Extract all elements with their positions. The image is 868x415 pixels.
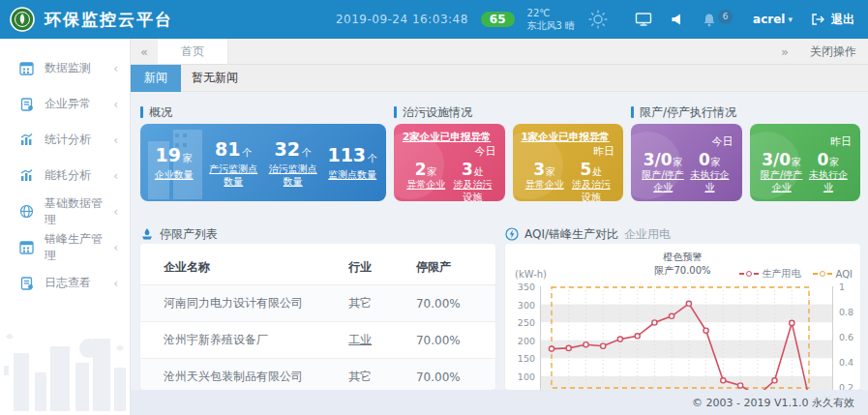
tab-home[interactable]: 首页 bbox=[158, 39, 228, 64]
non-executing-companies-link[interactable]: 未执行企业 bbox=[805, 169, 852, 193]
chevron-left-icon: ‹ bbox=[113, 98, 118, 111]
y-axis-tick-left: 100 bbox=[511, 371, 540, 382]
y-axis-tick-left: 300 bbox=[511, 300, 540, 311]
bar-chart-icon bbox=[19, 133, 35, 148]
title-accent-bar bbox=[140, 106, 143, 118]
abnormal-companies-link[interactable]: 异常企业 bbox=[522, 179, 568, 192]
company-name-cell: 河南同力电力设计有限公司 bbox=[140, 285, 343, 322]
calendar-grid-icon bbox=[19, 61, 35, 76]
clipboard-check-icon bbox=[19, 276, 35, 291]
sidebar-item-statistics[interactable]: 统计分析 ‹ bbox=[0, 122, 130, 158]
sidebar-item-basic-data[interactable]: 基础数据管理 ‹ bbox=[0, 193, 130, 229]
stoplist-section-title: 停限产列表 bbox=[140, 227, 495, 241]
overview-stat-label-link[interactable]: 监测点数量 bbox=[323, 168, 383, 181]
production-card-today: 今日 3/0家 限产/停产企业 0家 未执行企业 bbox=[631, 124, 742, 201]
y-axis-unit-label: (kW-h) bbox=[515, 269, 547, 280]
percent-cell: 70.00% bbox=[410, 285, 495, 322]
abnormal-companies-link[interactable]: 异常企业 bbox=[403, 179, 449, 192]
news-tab[interactable]: 新闻 bbox=[131, 65, 181, 92]
involved-facilities-link[interactable]: 涉及治污设施 bbox=[449, 179, 495, 201]
sidebar-item-enterprise-abnormal[interactable]: 企业异常 ‹ bbox=[0, 86, 130, 122]
app-window: 环保监控云平台 2019-09-24 16:03:48 65 22℃ 东北风3 … bbox=[0, 0, 868, 415]
monitor-icon[interactable] bbox=[635, 12, 652, 27]
temperature-text: 22℃ bbox=[527, 7, 576, 20]
y-axis-tick-right: 1 bbox=[833, 282, 845, 292]
legend-item-production-power[interactable]: 生产用电 bbox=[739, 267, 801, 281]
treatment-headline-link[interactable]: 2家企业已申报异常 bbox=[403, 131, 496, 144]
involved-facilities-link[interactable]: 涉及治污设施 bbox=[568, 179, 614, 201]
news-empty-text: 暂无新闻 bbox=[192, 70, 238, 86]
y-axis-tick-left: 250 bbox=[511, 317, 540, 328]
dashboard-content: 概况 bbox=[131, 92, 868, 390]
col-industry: 行业 bbox=[343, 250, 410, 285]
treatment-headline-link[interactable]: 1家企业已申报异常 bbox=[522, 131, 615, 144]
table-row[interactable]: 沧州天兴包装制品有限公司 其它 70.00% bbox=[140, 359, 495, 391]
brand: 环保监控云平台 bbox=[10, 7, 173, 32]
close-operations-menu[interactable]: 关闭操作 bbox=[810, 44, 856, 60]
sidebar-item-peak-production[interactable]: 错峰生产管理 ‹ bbox=[0, 229, 130, 265]
chevron-left-icon: ‹ bbox=[113, 62, 118, 75]
table-header-row: 企业名称 行业 停限产 bbox=[140, 250, 495, 285]
footer: © 2003 - 2019 V1.1.0 永久有效 bbox=[131, 390, 868, 415]
overview-stat-label-link[interactable]: 治污监测点数量 bbox=[263, 163, 323, 188]
percent-cell: 70.00% bbox=[410, 322, 495, 359]
tab-bar: « 首页 » 关闭操作 bbox=[131, 39, 868, 65]
y-axis-tick-left: 150 bbox=[511, 353, 540, 364]
legend-item-aqi[interactable]: AQI bbox=[813, 269, 853, 280]
app-logo-icon bbox=[10, 7, 35, 32]
chart-legend: 生产用电 AQI bbox=[739, 267, 853, 281]
stoplist-table: 企业名称 行业 停限产 河南同力电力设计有限公司 其它 bbox=[140, 250, 495, 390]
y-axis-tick-right: 0.4 bbox=[833, 357, 853, 368]
y-axis-tick-left: 350 bbox=[511, 282, 540, 292]
production-card-yesterday: 昨日 3/0家 限产/停产企业 0家 未执行企业 bbox=[750, 124, 861, 201]
sidebar-item-log-view[interactable]: 日志查看 ‹ bbox=[0, 265, 130, 301]
overview-stat-companies: 19家 企业数量 bbox=[144, 144, 204, 181]
notification-badge: 6 bbox=[718, 10, 733, 24]
chevron-left-icon: ‹ bbox=[113, 241, 118, 254]
app-title: 环保监控云平台 bbox=[45, 9, 173, 31]
copyright-text: © 2003 - 2019 V1.1.0 永久有效 bbox=[692, 396, 854, 410]
overview-section-title: 概况 bbox=[140, 106, 386, 118]
y-axis-tick-right: 0.8 bbox=[833, 307, 853, 317]
overview-stat-label-link[interactable]: 企业数量 bbox=[144, 168, 204, 181]
table-row[interactable]: 沧州宇新养殖设备厂 工业 70.00% bbox=[140, 322, 495, 359]
aqi-section-title: AQI/错峰生产对比 企业用电 bbox=[505, 227, 860, 241]
caret-down-icon: ▾ bbox=[788, 15, 793, 24]
tabs-scroll-left-icon[interactable]: « bbox=[131, 39, 158, 64]
industry-cell-1[interactable]: 工业 bbox=[343, 322, 410, 359]
overview-stat-label-link[interactable]: 产污监测点数量 bbox=[204, 163, 264, 188]
news-bar: 新闻 暂无新闻 bbox=[131, 65, 868, 92]
sun-icon bbox=[587, 9, 609, 30]
y-axis-tick-right: 0.6 bbox=[833, 332, 853, 342]
logout-button[interactable]: 退出 bbox=[811, 12, 854, 28]
globe-icon bbox=[19, 204, 35, 220]
aqi-badge: 65 bbox=[481, 12, 515, 27]
overview-section: 概况 bbox=[140, 106, 386, 201]
non-executing-companies-link[interactable]: 未执行企业 bbox=[686, 169, 733, 193]
wind-weather-text: 东北风3 晴 bbox=[527, 19, 576, 33]
sidebar: 数据监测 ‹ 企业异常 ‹ 统计分析 ‹ bbox=[0, 39, 131, 415]
title-accent-bar bbox=[394, 106, 397, 118]
treatment-card-yesterday: 1家企业已申报异常 昨日 3家 异常企业 5处 涉及治污设施 bbox=[513, 124, 624, 201]
col-stop-limit: 停限产 bbox=[410, 250, 495, 285]
topbar: 环保监控云平台 2019-09-24 16:03:48 65 22℃ 东北风3 … bbox=[0, 0, 868, 39]
limited-companies-link[interactable]: 限产/停产企业 bbox=[640, 169, 686, 193]
username-text: acrel bbox=[753, 13, 785, 26]
user-menu[interactable]: acrel ▾ bbox=[753, 13, 793, 26]
tabs-scroll-right-icon[interactable]: » bbox=[771, 44, 798, 59]
table-row[interactable]: 河南同力电力设计有限公司 其它 70.00% bbox=[140, 285, 495, 322]
clipboard-alert-icon bbox=[19, 97, 35, 112]
limited-companies-link[interactable]: 限产/停产企业 bbox=[759, 169, 805, 193]
production-section-title: 限产/停产执行情况 bbox=[631, 106, 860, 118]
speaker-icon[interactable] bbox=[671, 13, 684, 26]
treatment-card-today: 2家企业已申报异常 今日 2家 异常企业 3处 涉及治污设施 bbox=[394, 124, 505, 201]
notifications-button[interactable]: 6 bbox=[703, 13, 733, 27]
weather-block: 22℃ 东北风3 晴 bbox=[527, 7, 576, 33]
bar-chart-icon bbox=[19, 168, 35, 184]
panel-subtitle: 企业用电 bbox=[624, 226, 671, 243]
sidebar-item-energy-analysis[interactable]: 能耗分析 ‹ bbox=[0, 158, 130, 193]
datetime-text: 2019-09-24 16:03:48 bbox=[336, 13, 468, 26]
sidebar-item-data-monitor[interactable]: 数据监测 ‹ bbox=[0, 50, 130, 86]
logout-label: 退出 bbox=[831, 12, 854, 28]
title-accent-bar bbox=[631, 106, 634, 118]
